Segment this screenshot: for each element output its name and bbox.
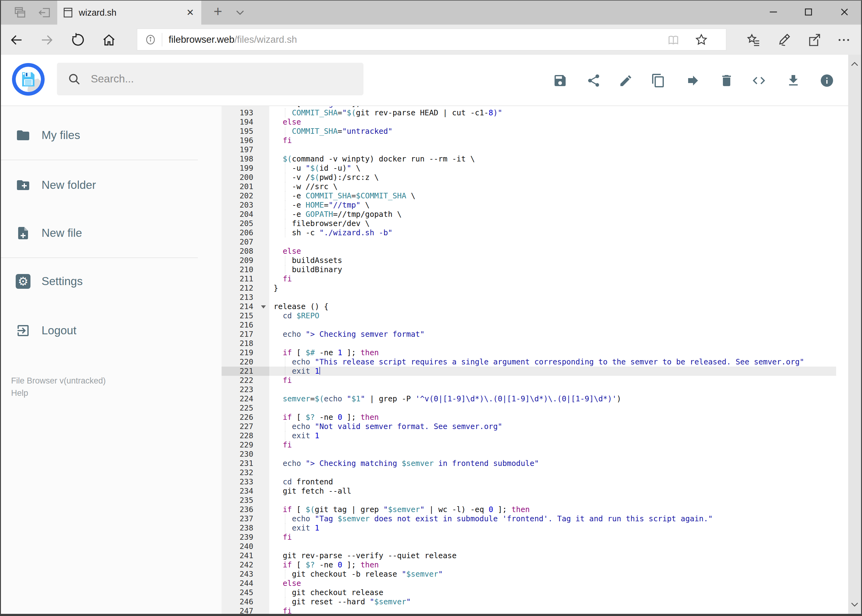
back-button[interactable]: [9, 33, 24, 47]
code-line[interactable]: fi: [269, 376, 836, 385]
code-line[interactable]: if [ $(git tag | grep "$semver" | wc -l)…: [269, 505, 836, 514]
code-line[interactable]: fi: [269, 607, 836, 614]
window-close-button[interactable]: [830, 0, 859, 24]
code-line[interactable]: [269, 404, 836, 413]
save-button[interactable]: [553, 73, 567, 88]
code-line[interactable]: git rev-parse --verify --quiet release: [269, 551, 836, 560]
code-line[interactable]: if [ $? -ne 0 ]; then: [269, 413, 836, 422]
code-line[interactable]: fi: [269, 533, 836, 542]
minimize-button[interactable]: [759, 0, 788, 24]
code-line[interactable]: git reset --hard "$semver": [269, 597, 836, 607]
code-line[interactable]: fi: [269, 274, 836, 284]
code-line[interactable]: else: [269, 118, 836, 127]
code-line[interactable]: echo "Not valid semver format. See semve…: [269, 422, 836, 431]
code-line[interactable]: [269, 339, 836, 348]
code-line[interactable]: exit 1: [269, 366, 836, 376]
scroll-down-icon[interactable]: [849, 599, 860, 610]
maximize-button[interactable]: [794, 0, 823, 24]
web-notes-pen-icon[interactable]: [777, 33, 791, 47]
url-text[interactable]: filebrowser.web/files/wizard.sh: [169, 29, 297, 50]
code-line[interactable]: -e HOME="//tmp" \: [269, 201, 836, 210]
code-line[interactable]: COMMIT_SHA="untracked": [269, 127, 836, 136]
code-line[interactable]: buildBinary: [269, 265, 836, 274]
set-tabs-aside-button[interactable]: [38, 6, 52, 20]
code-line[interactable]: [269, 145, 836, 154]
code-line[interactable]: release () {: [269, 302, 836, 311]
code-line[interactable]: else: [269, 579, 836, 588]
filebrowser-logo[interactable]: [11, 62, 46, 97]
favorite-star-icon[interactable]: [695, 33, 708, 46]
sidebar-item-new-file[interactable]: New file: [1, 219, 222, 247]
hub-favorites-icon[interactable]: [746, 33, 761, 47]
code-line[interactable]: exit 1: [269, 431, 836, 440]
code-line[interactable]: -v /$(pwd):/src:z \: [269, 173, 836, 182]
download-button[interactable]: [786, 73, 801, 88]
forward-button[interactable]: [39, 33, 54, 47]
code-line[interactable]: cd $REPO: [269, 311, 836, 321]
code-line[interactable]: fi: [269, 136, 836, 145]
search-box[interactable]: Search...: [57, 63, 364, 95]
code-line[interactable]: echo "This release script requires a sin…: [269, 357, 836, 366]
help-link[interactable]: Help: [11, 388, 28, 398]
code-line[interactable]: [269, 542, 836, 551]
code-line[interactable]: echo "> Checking matching $semver in fro…: [269, 459, 836, 468]
refresh-button[interactable]: [70, 33, 85, 47]
code-line[interactable]: buildAssets: [269, 256, 836, 265]
info-button[interactable]: [819, 73, 834, 88]
code-line[interactable]: }: [269, 284, 836, 293]
page-scrollbar[interactable]: [848, 55, 861, 614]
code-line[interactable]: git checkout release: [269, 588, 836, 597]
address-bar[interactable]: filebrowser.web/files/wizard.sh: [137, 28, 726, 50]
tab-list-chevron-icon[interactable]: [233, 6, 247, 19]
code-line[interactable]: [269, 385, 836, 394]
code-line[interactable]: [269, 496, 836, 505]
code-line[interactable]: cd frontend: [269, 477, 836, 487]
code-line[interactable]: [269, 237, 836, 247]
sidebar-item-settings[interactable]: ⚙ Settings: [1, 267, 222, 295]
code-line[interactable]: [269, 449, 836, 459]
move-button[interactable]: [686, 73, 700, 88]
raw-code-button[interactable]: [752, 73, 766, 88]
code-line[interactable]: -e GOPATH=//tmp/gopath \: [269, 210, 836, 219]
new-tab-button[interactable]: +: [209, 0, 227, 23]
copy-button[interactable]: [651, 73, 666, 88]
code-line[interactable]: semver=$(echo "$1" | grep -P '^v(0|[1-9]…: [269, 394, 836, 404]
sidebar-item-logout[interactable]: Logout: [1, 317, 222, 344]
sidebar-item-my-files[interactable]: My files: [1, 121, 222, 149]
code-line[interactable]: echo "Tag $semver does not exist in subm…: [269, 514, 836, 523]
code-line[interactable]: sh -c "./wizard.sh -b": [269, 228, 836, 237]
scroll-up-icon[interactable]: [849, 59, 860, 69]
code-editor[interactable]: 192 if [ -d ".git" ]; then193 COMMIT_SHA…: [222, 106, 836, 614]
share-button[interactable]: [586, 73, 601, 88]
code-line[interactable]: if [ $? -ne 0 ]; then: [269, 560, 836, 570]
tab-wizard-sh[interactable]: wizard.sh ✕: [57, 1, 202, 25]
code-line[interactable]: exit 1: [269, 523, 836, 533]
share-page-icon[interactable]: [807, 33, 821, 47]
code-line[interactable]: -e COMMIT_SHA=$COMMIT_SHA \: [269, 191, 836, 201]
reading-view-icon[interactable]: [667, 33, 680, 46]
menu-ellipsis-icon[interactable]: [837, 33, 851, 47]
tab-close-icon[interactable]: ✕: [183, 1, 197, 25]
delete-button[interactable]: [719, 73, 734, 88]
code-line[interactable]: -w //src \: [269, 182, 836, 191]
code-line[interactable]: git fetch --all: [269, 487, 836, 496]
site-info-icon[interactable]: [145, 34, 156, 46]
rename-button[interactable]: [619, 73, 633, 88]
home-button[interactable]: [102, 33, 116, 47]
code-line[interactable]: if [ -d ".git" ]; then: [269, 106, 836, 108]
code-line[interactable]: [269, 293, 836, 302]
code-line[interactable]: -u "$(id -u)" \: [269, 163, 836, 173]
code-line[interactable]: fi: [269, 440, 836, 449]
code-line[interactable]: $(command -v winpty) docker run --rm -it…: [269, 154, 836, 163]
tab-previews-button[interactable]: [13, 6, 27, 20]
code-line[interactable]: COMMIT_SHA="$(git rev-parse HEAD | cut -…: [269, 108, 836, 118]
fold-arrow-icon[interactable]: [261, 305, 266, 308]
sidebar-item-new-folder[interactable]: New folder: [1, 171, 222, 199]
code-line[interactable]: if [ $# -ne 1 ]; then: [269, 348, 836, 357]
code-line[interactable]: else: [269, 247, 836, 256]
code-line[interactable]: git checkout -b release "$semver": [269, 570, 836, 579]
code-line[interactable]: echo "> Checking semver format": [269, 330, 836, 339]
code-line[interactable]: [269, 321, 836, 330]
code-line[interactable]: filebrowser/dev \: [269, 219, 836, 228]
code-line[interactable]: [269, 468, 836, 477]
